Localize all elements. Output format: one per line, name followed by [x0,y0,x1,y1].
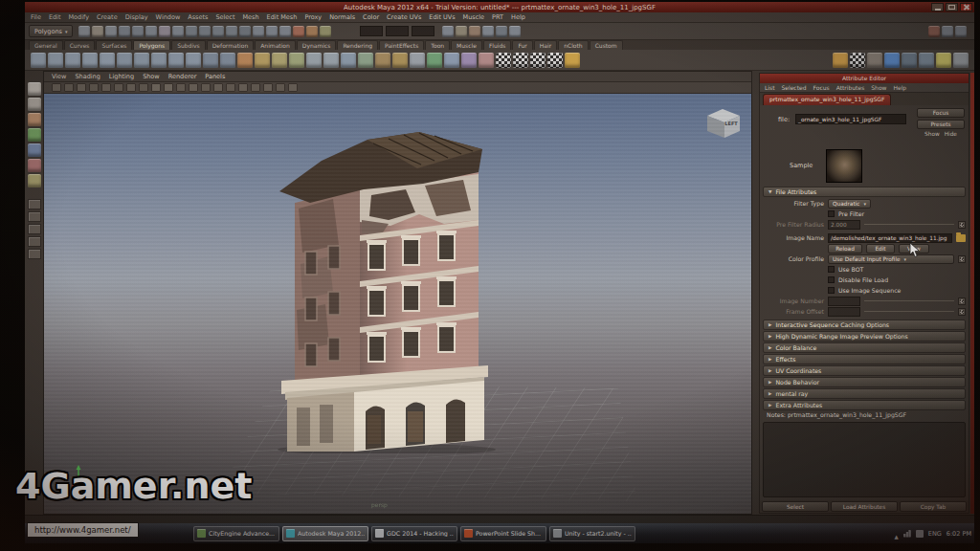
rotate-tool-icon[interactable] [28,143,41,157]
persp-graph-layout-icon[interactable] [28,236,41,247]
ae-menu-list[interactable]: List [765,84,775,91]
poly-cone-icon[interactable] [82,53,98,68]
section-uv-coordinates[interactable]: UV Coordinates [763,365,966,376]
render-globals-icon[interactable] [469,26,480,37]
motion-blur-icon[interactable] [213,83,223,92]
smooth-icon[interactable] [358,53,373,68]
filter-type-dropdown[interactable]: Quadratic [828,199,871,209]
language-indicator[interactable]: ENG [928,530,942,538]
bevel-icon[interactable] [272,53,287,68]
uv-checker-icon-1[interactable] [496,53,511,68]
menu-prt[interactable]: PRT [492,13,503,21]
poly-soccerball-icon[interactable] [203,53,218,68]
scale-tool-icon[interactable] [28,159,41,172]
menu-select[interactable]: Select [215,13,234,21]
show-link[interactable]: Show [924,131,940,137]
image-number-input[interactable] [828,297,860,306]
sculpt-tool-icon[interactable] [237,53,253,68]
shelf-tab-curves[interactable]: Curves [64,40,96,50]
counter-icon[interactable] [496,26,507,37]
ipr-render-icon[interactable] [306,26,318,37]
minimize-button[interactable] [931,3,944,11]
menu-edit-mesh[interactable]: Edit Mesh [267,13,298,21]
menu-display[interactable]: Display [125,13,148,21]
section-mental-ray[interactable]: mental ray [763,388,966,399]
ae-menu-help[interactable]: Help [893,84,906,91]
snap-point-icon[interactable] [212,26,224,37]
uv-checker-icon-2[interactable] [513,53,528,68]
time-slider-area[interactable] [25,515,974,523]
new-scene-icon[interactable] [78,26,90,37]
clock[interactable]: 6:02 PM [947,530,971,538]
shelf-file-texture-icon[interactable] [884,53,900,68]
shelf-tab-muscle[interactable]: Muscle [451,40,482,50]
x-input[interactable] [360,26,383,36]
menu-create-uvs[interactable]: Create UVs [387,13,421,21]
grease-pencil-icon[interactable] [263,83,273,92]
snap-grid-icon[interactable] [186,26,197,37]
texture-sample-swatch[interactable] [826,149,862,183]
bridge-icon[interactable] [289,53,304,68]
taskbar-powerpoint-slide-sh[interactable]: PowerPoint Slide Sh... [460,526,546,541]
shelf-tab-rendering[interactable]: Rendering [337,40,378,50]
color-profile-icon[interactable] [958,255,966,263]
menu-proxy[interactable]: Proxy [304,13,322,21]
open-scene-icon[interactable] [92,26,103,37]
color-profile-dropdown[interactable]: Use Default Input Profile [828,254,954,264]
image-plane-icon[interactable] [101,83,111,92]
poly-helix-icon[interactable] [186,53,201,68]
quad-draw-icon[interactable] [427,53,442,68]
select-camera-icon[interactable] [52,83,61,92]
resolution-gate-icon[interactable] [288,83,298,92]
shelf-tab-polygons[interactable]: Polygons [133,40,170,50]
render-icon[interactable] [293,26,304,37]
tray-expand-icon[interactable] [895,524,899,542]
toolbox-toggle-icon[interactable] [482,26,494,37]
titlebar[interactable]: Autodesk Maya 2012 x64 - Trial Version: … [25,2,974,12]
section-effects[interactable]: Effects [763,354,966,364]
panel-menu-shading[interactable]: Shading [75,73,100,80]
shelf-checker-icon[interactable] [850,53,865,68]
select-button[interactable]: Select [762,501,829,512]
shelf-tab-custom[interactable]: Custom [590,40,623,50]
wireframe-icon[interactable] [139,83,148,92]
shelf-tab-fluids[interactable]: Fluids [483,40,512,50]
edit-button[interactable]: Edit [866,244,895,253]
image-number-slider[interactable] [864,300,954,301]
undo-icon[interactable] [119,26,130,37]
input-connections-icon[interactable] [253,26,264,37]
file-name-input[interactable]: _ornate_win3_hole_11_jpgSGF [795,114,906,124]
hide-link[interactable]: Hide [945,131,957,137]
menu-edit-uvs[interactable]: Edit UVs [429,13,455,21]
target-weld-icon[interactable] [479,53,494,68]
help-line-icon[interactable] [509,26,521,37]
image-name-input[interactable]: /demolished/tex_ornate_win3_hole_11.jpg [828,233,952,243]
snap-plane-icon[interactable] [226,26,237,37]
menu-color[interactable]: Color [363,13,379,21]
use-image-sequence-checkbox[interactable] [828,287,835,294]
shelf-lambert-icon[interactable] [919,53,934,68]
append-polygon-icon[interactable] [410,53,425,68]
poly-cube-icon[interactable] [48,53,63,68]
section-node-behavior[interactable]: Node Behavior [763,377,966,387]
depth-of-field-icon[interactable] [238,83,248,92]
select-tool-icon[interactable] [28,82,41,96]
panel-menu-lighting[interactable]: Lighting [109,73,134,80]
attribute-editor-title[interactable]: Attribute Editor [760,74,969,83]
snap-curve-icon[interactable] [199,26,211,37]
menu-modify[interactable]: Modify [68,13,89,21]
ramp-texture-icon[interactable] [565,53,580,68]
poly-cylinder-icon[interactable] [65,53,80,68]
reload-button[interactable]: Reload [828,244,862,253]
universal-manipulator-icon[interactable] [28,174,41,187]
bookmarks-icon[interactable] [89,83,99,92]
y-input[interactable] [386,26,409,36]
ae-menu-attributes[interactable]: Attributes [836,84,865,91]
uv-checker-icon-4[interactable] [547,53,563,68]
shelf-tab-dynamics[interactable]: Dynamics [297,40,337,50]
shelf-tab-animation[interactable]: Animation [255,40,296,50]
shelf-blinn-icon[interactable] [902,53,917,68]
boolean-union-icon[interactable] [341,53,356,68]
taskbar-autodesk-maya-2012[interactable]: Autodesk Maya 2012... [282,526,368,541]
taskbar-cityengine-advance[interactable]: CityEngine Advance... [193,526,279,541]
